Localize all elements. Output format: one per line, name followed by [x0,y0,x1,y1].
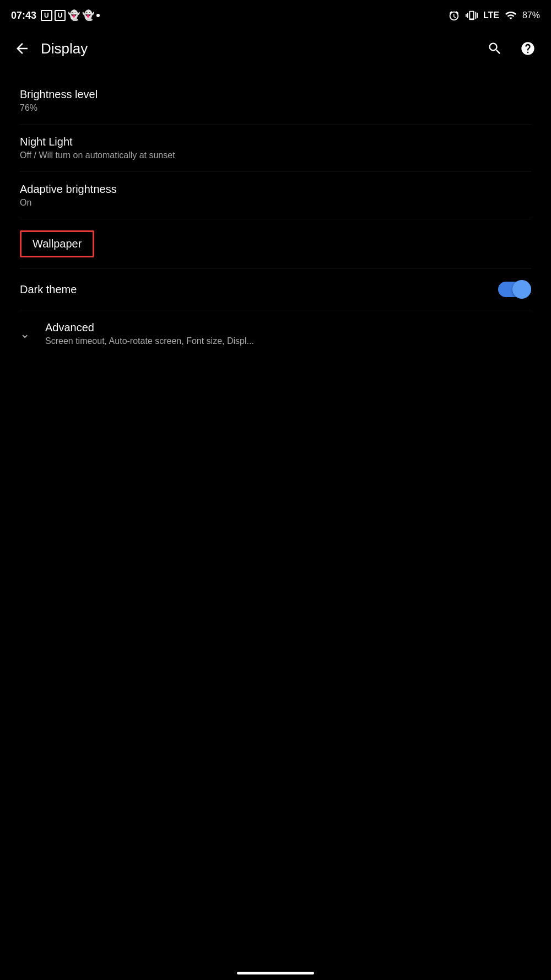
advanced-subtitle: Screen timeout, Auto-rotate screen, Font… [45,336,531,346]
status-time: 07:43 [11,10,36,21]
back-arrow-icon [14,40,30,57]
wallpaper-setting[interactable]: Wallpaper [0,219,551,268]
adaptive-brightness-title: Adaptive brightness [20,183,531,196]
uber-icon-1: U [41,10,52,21]
advanced-content: Advanced Screen timeout, Auto-rotate scr… [45,321,531,346]
night-light-value: Off / Will turn on automatically at suns… [20,150,531,160]
brightness-setting[interactable]: Brightness level 76% [0,77,551,124]
snapchat-icon-1: 👻 [68,9,80,21]
search-button[interactable] [480,34,509,63]
lte-text: LTE [483,10,499,20]
page-title: Display [41,40,480,57]
battery-percent: 87% [522,10,540,20]
search-icon [487,41,503,56]
back-button[interactable] [9,35,35,62]
help-button[interactable] [514,34,542,63]
signal-icon [505,9,517,21]
advanced-setting[interactable]: ⌄ Advanced Screen timeout, Auto-rotate s… [0,310,551,357]
toggle-thumb [512,280,531,299]
uber-icon-2: U [55,10,66,21]
help-icon [520,41,536,56]
brightness-value: 76% [20,103,531,113]
app-bar-actions [480,34,542,63]
settings-list: Brightness level 76% Night Light Off / W… [0,68,551,366]
status-bar: 07:43 U U 👻 👻 LTE 87% [0,0,551,29]
snapchat-icon-2: 👻 [82,9,94,21]
dark-theme-toggle[interactable] [498,280,531,299]
notification-dot [96,14,100,17]
status-right: LTE 87% [448,9,540,21]
vibrate-icon [466,9,478,21]
night-light-setting[interactable]: Night Light Off / Will turn on automatic… [0,125,551,171]
home-indicator [237,972,314,974]
status-left: 07:43 U U 👻 👻 [11,9,100,21]
status-icons: U U 👻 👻 [41,9,100,21]
wallpaper-title: Wallpaper [33,238,82,250]
app-bar: Display [0,29,551,68]
night-light-title: Night Light [20,136,531,148]
chevron-down-icon: ⌄ [20,327,30,341]
dark-theme-title: Dark theme [20,283,77,296]
brightness-title: Brightness level [20,88,531,101]
advanced-title: Advanced [45,321,531,334]
wallpaper-highlight-box: Wallpaper [20,230,94,257]
alarm-icon [448,9,460,21]
dark-theme-setting[interactable]: Dark theme [0,269,551,310]
adaptive-brightness-value: On [20,198,531,208]
adaptive-brightness-setting[interactable]: Adaptive brightness On [0,172,551,219]
